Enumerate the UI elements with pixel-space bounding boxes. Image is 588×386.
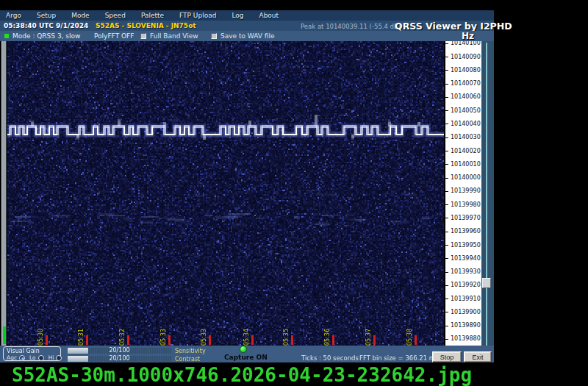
fft-bin-info: FFT bin size = 366.21 mHz bbox=[359, 354, 443, 362]
time-tick-mark bbox=[251, 335, 254, 345]
control-bar: Visual Gain AgcLoHi 20/100 20/100 Sensit… bbox=[0, 346, 494, 362]
frequency-tick-mark bbox=[445, 97, 448, 98]
frequency-tick-mark bbox=[445, 312, 448, 312]
menu-bar: ArgoSetupModeSpeedPaletteFTP UploadLogAb… bbox=[0, 10, 494, 21]
frequency-tick-mark bbox=[445, 110, 448, 111]
menu-item-speed[interactable]: Speed bbox=[105, 12, 126, 19]
radio-label-lo: Lo bbox=[29, 354, 36, 361]
time-tick-mark bbox=[291, 335, 293, 345]
frequency-tick-label: 10140020 bbox=[451, 148, 481, 154]
visual-gain-options: AgcLoHi bbox=[7, 354, 64, 361]
frequency-tick-mark bbox=[445, 258, 448, 259]
frequency-tick-mark bbox=[445, 84, 448, 85]
frequency-tick-mark bbox=[445, 137, 448, 138]
frequency-tick-mark bbox=[445, 178, 448, 179]
frequency-tick-label: 10139910 bbox=[451, 296, 481, 302]
menu-item-about[interactable]: About bbox=[259, 12, 279, 19]
waterfall-display[interactable] bbox=[7, 41, 444, 346]
frequency-tick-mark bbox=[445, 272, 448, 273]
frequency-tick-label: 10140080 bbox=[451, 67, 481, 74]
time-tick-label: 05:35 bbox=[282, 324, 290, 346]
radio-label-agc: Agc bbox=[7, 354, 17, 361]
peak-readout: Peak at 10140039.11 (-55.4 dB) bbox=[301, 23, 401, 30]
frequency-tick-label: 10140010 bbox=[451, 161, 481, 168]
menu-item-ftp-upload[interactable]: FTP Upload bbox=[179, 12, 216, 19]
radio-hi[interactable] bbox=[56, 355, 62, 361]
time-tick-mark bbox=[209, 335, 211, 345]
menu-item-log[interactable]: Log bbox=[232, 12, 243, 19]
app-window: ArgoSetupModeSpeedPaletteFTP UploadLogAb… bbox=[0, 10, 494, 362]
contrast-label: Contrast bbox=[175, 356, 200, 362]
scrollbar-thumb[interactable] bbox=[482, 278, 491, 288]
full-band-view-checkbox[interactable] bbox=[140, 33, 146, 39]
time-tick-label: 05:33 bbox=[159, 324, 168, 346]
frequency-tick-label: 10139940 bbox=[451, 255, 481, 262]
time-tick-mark bbox=[373, 335, 376, 345]
frequency-tick-mark bbox=[445, 326, 448, 326]
frequency-tick-mark bbox=[445, 285, 448, 286]
stop-button[interactable]: Stop bbox=[432, 351, 462, 362]
time-tick-mark bbox=[168, 335, 171, 345]
clock-text: 05:38:40 UTC 9/1/2024 bbox=[4, 22, 88, 29]
filename-caption: S52AS-30m.1000x746.2026-04-23-232642.jpg bbox=[12, 364, 472, 386]
frequency-tick-mark bbox=[445, 70, 448, 71]
frequency-tick-mark bbox=[445, 151, 448, 151]
mode-bar: Mode : QRSS 3, slow PolyFFT OFF Full Ban… bbox=[0, 31, 494, 41]
frequency-scale: 1014010010140090101400801014007010140060… bbox=[445, 41, 481, 349]
time-tick-label: 05:36 bbox=[323, 324, 331, 346]
frequency-tick-label: 10139920 bbox=[451, 282, 481, 288]
frequency-tick-label: 10140040 bbox=[451, 121, 481, 127]
visual-gain-title: Visual Gain bbox=[7, 348, 40, 354]
frequency-tick-label: 10140000 bbox=[451, 174, 481, 181]
time-tick-mark bbox=[415, 335, 417, 345]
time-tick-mark bbox=[86, 335, 88, 345]
frequency-tick-mark bbox=[445, 191, 448, 192]
frequency-tick-label: 10139980 bbox=[451, 201, 481, 208]
menu-item-setup[interactable]: Setup bbox=[37, 12, 56, 19]
save-wav-checkbox[interactable] bbox=[211, 33, 217, 39]
frequency-tick-label: 10139900 bbox=[451, 309, 481, 315]
menu-item-mode[interactable]: Mode bbox=[71, 12, 90, 19]
exit-button[interactable]: Exit bbox=[464, 351, 492, 362]
mode-active-led-icon bbox=[4, 34, 9, 38]
frequency-tick-mark bbox=[445, 57, 448, 57]
frequency-tick-label: 10139990 bbox=[451, 187, 481, 194]
polyfft-status-label: PolyFFT OFF bbox=[94, 32, 134, 40]
frequency-tick-label: 10140070 bbox=[451, 80, 481, 87]
frequency-tick-label: 10140060 bbox=[451, 93, 481, 100]
frequency-tick-label: 10139960 bbox=[451, 228, 481, 235]
radio-lo[interactable] bbox=[38, 355, 44, 361]
status-bar: 05:38:40 UTC 9/1/2024 S52AS - SLOVENIA -… bbox=[0, 21, 494, 31]
frequency-tick-label: 10139930 bbox=[451, 268, 481, 275]
frequency-tick-mark bbox=[445, 232, 448, 232]
radio-label-hi: Hi bbox=[49, 354, 54, 361]
frequency-tick-mark bbox=[445, 204, 448, 205]
frequency-scrollbar[interactable] bbox=[481, 41, 494, 362]
input-level-meter bbox=[1, 41, 7, 346]
frequency-tick-mark bbox=[445, 245, 448, 246]
save-wav-label: Save to WAV file bbox=[220, 32, 275, 40]
sensitivity-slider[interactable]: 20/100 bbox=[68, 348, 171, 354]
frequency-tick-label: 10139950 bbox=[451, 242, 481, 249]
ticks-info: Ticks : 50 seconds bbox=[301, 354, 359, 362]
radio-agc[interactable] bbox=[19, 355, 25, 361]
visual-gain-group: Visual Gain AgcLoHi bbox=[3, 346, 61, 361]
menu-item-argo[interactable]: Argo bbox=[6, 12, 21, 19]
scrollbar-track[interactable] bbox=[486, 43, 487, 357]
station-text: S52AS - SLOVENIA - JN75ot bbox=[96, 22, 196, 29]
sensitivity-label: Sensitivity bbox=[175, 348, 206, 354]
time-tick-label: 05:31 bbox=[77, 324, 85, 346]
frequency-tick-label: 10140030 bbox=[451, 134, 481, 140]
mode-label: Mode : QRSS 3, slow bbox=[12, 32, 80, 40]
time-tick-mark bbox=[46, 335, 48, 345]
time-tick-label: 05:33 bbox=[200, 324, 208, 346]
sensitivity-value: 20/100 bbox=[68, 347, 171, 354]
contrast-slider[interactable]: 20/100 bbox=[68, 356, 171, 362]
frequency-tick-mark bbox=[445, 339, 448, 340]
time-tick-mark bbox=[332, 335, 334, 345]
menu-item-palette[interactable]: Palette bbox=[141, 12, 164, 19]
frequency-tick-mark bbox=[445, 124, 448, 124]
frequency-tick-label: 10140100 bbox=[451, 41, 481, 46]
frequency-tick-mark bbox=[445, 164, 448, 165]
capture-led-icon bbox=[240, 346, 247, 353]
